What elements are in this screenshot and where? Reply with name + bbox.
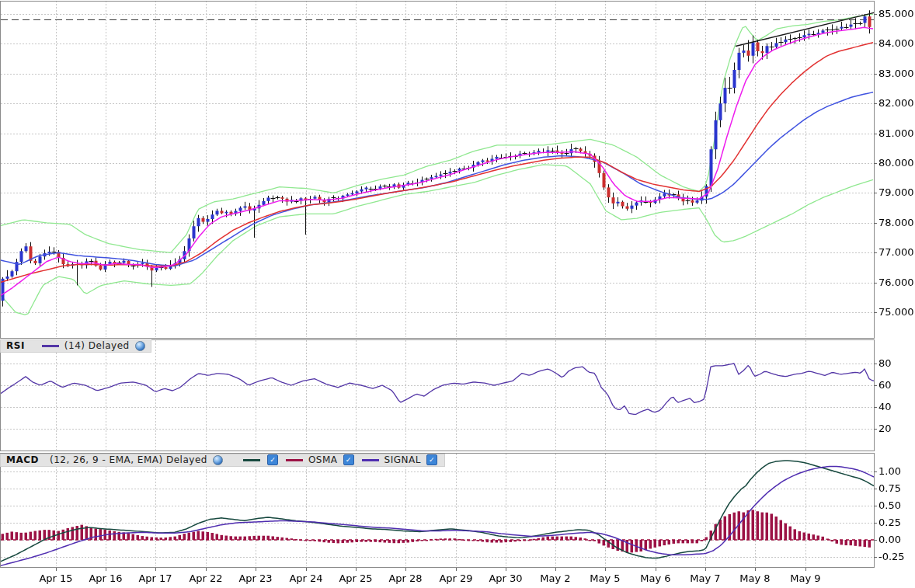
- delayed-data-globe-icon: [213, 455, 223, 465]
- macd-chart-canvas[interactable]: [0, 453, 915, 568]
- rsi-params-label: (14) Delayed: [64, 340, 130, 351]
- rsi-line-swatch-icon: [42, 345, 59, 347]
- macd-legend: MACD (12, 26, 9 - EMA, EMA) Delayed ✓ OS…: [0, 454, 445, 467]
- date-axis: [0, 568, 915, 588]
- osma-checkbox[interactable]: ✓: [343, 454, 354, 465]
- osma-label: OSMA: [308, 454, 338, 465]
- rsi-legend-bar: RSI (14) Delayed: [0, 339, 151, 352]
- macd-params-label: (12, 26, 9 - EMA, EMA) Delayed: [50, 454, 207, 465]
- macd-line-checkbox[interactable]: ✓: [267, 454, 278, 465]
- signal-line-swatch-icon: [362, 459, 379, 461]
- rsi-chart-canvas[interactable]: [0, 339, 915, 451]
- price-chart-canvas[interactable]: [0, 0, 915, 339]
- signal-checkbox[interactable]: ✓: [426, 454, 437, 465]
- delayed-data-globe-icon: [135, 341, 145, 351]
- rsi-legend: RSI (14) Delayed: [0, 339, 151, 353]
- signal-label: SIGNAL: [384, 454, 421, 465]
- osma-line-swatch-icon: [286, 459, 303, 461]
- macd-indicator-title: MACD: [6, 454, 39, 465]
- rsi-indicator-title: RSI: [6, 340, 25, 351]
- macd-legend-bar: MACD (12, 26, 9 - EMA, EMA) Delayed ✓ OS…: [0, 454, 445, 466]
- macd-line-swatch-icon: [243, 459, 260, 461]
- trading-chart-window: RSI (14) Delayed MACD (12, 26, 9 - EMA, …: [0, 0, 915, 588]
